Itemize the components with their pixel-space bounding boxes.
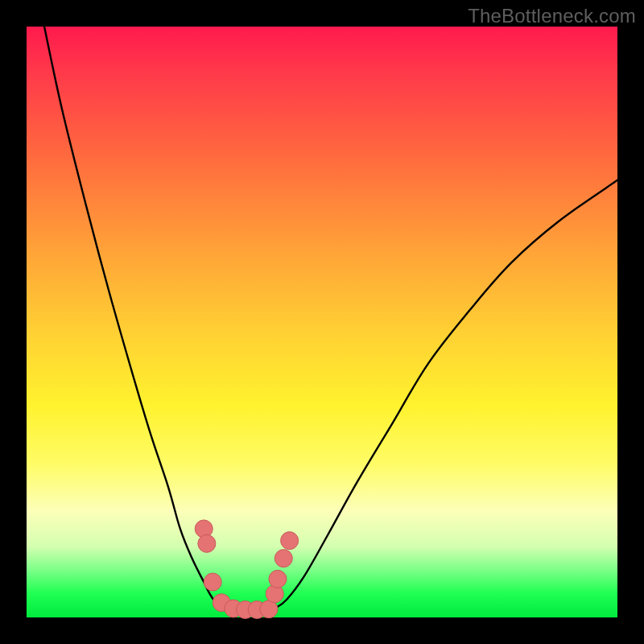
watermark-text: TheBottleneck.com	[468, 5, 636, 27]
data-marker	[269, 570, 287, 588]
data-marker	[275, 550, 292, 568]
plot-area	[27, 27, 617, 617]
data-marker	[281, 532, 299, 550]
curve-layer	[44, 27, 617, 609]
left-curve	[44, 27, 221, 609]
chart-frame: TheBottleneck.com	[0, 0, 644, 644]
curves-svg	[27, 27, 617, 617]
data-marker	[198, 535, 216, 552]
data-marker	[204, 573, 221, 591]
right-curve	[275, 180, 617, 609]
